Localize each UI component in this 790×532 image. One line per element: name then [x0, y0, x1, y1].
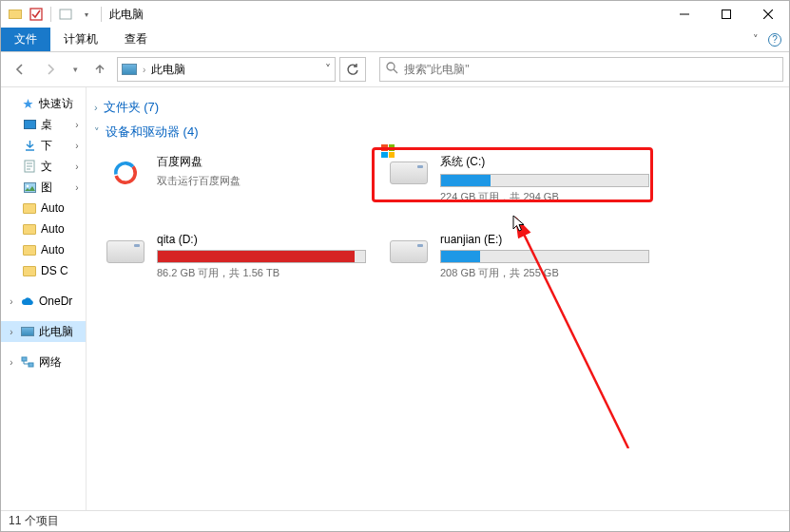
section-header-folders[interactable]: › 文件夹 (7): [94, 99, 780, 116]
tile-name: 系统 (C:): [440, 154, 649, 170]
status-text: 11 个项目: [9, 513, 59, 529]
sidebar-network[interactable]: › 网络: [1, 352, 86, 372]
star-icon: [20, 96, 35, 111]
chevron-right-icon: ›: [143, 65, 145, 75]
navigation-pane[interactable]: 快速访 桌 › 下 › 文 › 图 › Auto: [1, 87, 87, 510]
sidebar-item-folder[interactable]: Auto: [1, 198, 86, 218]
new-folder-icon[interactable]: [57, 6, 74, 23]
tab-computer[interactable]: 计算机: [50, 28, 111, 51]
sidebar-item-folder[interactable]: Auto: [1, 239, 86, 260]
thispc-icon: [20, 324, 35, 339]
tile-drive-d[interactable]: qita (D:) 86.2 GB 可用，共 1.56 TB: [100, 227, 366, 286]
navigation-bar: ▾ › 此电脑 ˅: [1, 52, 789, 86]
svg-rect-7: [22, 357, 27, 361]
sidebar-quick-access[interactable]: 快速访: [1, 93, 86, 114]
tab-view[interactable]: 查看: [111, 28, 161, 51]
section-label: 设备和驱动器 (4): [106, 124, 199, 141]
sidebar-item-label: 此电脑: [39, 324, 73, 340]
properties-icon[interactable]: [28, 6, 45, 23]
ribbon: 文件 计算机 查看 ˅ ?: [1, 28, 789, 52]
tile-subtext: 86.2 GB 可用，共 1.56 TB: [157, 266, 366, 280]
chevron-right-icon: ›: [7, 327, 16, 337]
content-pane[interactable]: › 文件夹 (7) ˅ 设备和驱动器 (4) 百度网盘 双击: [87, 87, 789, 510]
close-button[interactable]: [747, 1, 789, 28]
tile-name: ruanjian (E:): [440, 233, 649, 246]
sidebar-this-pc[interactable]: › 此电脑: [1, 321, 86, 342]
folder-icon: [22, 242, 37, 257]
section-label: 文件夹 (7): [104, 99, 160, 116]
usage-bar: [440, 250, 649, 263]
chevron-right-icon: ›: [72, 162, 82, 172]
baidu-icon: [106, 154, 145, 192]
chevron-right-icon: ›: [7, 357, 16, 368]
address-text: 此电脑: [151, 62, 185, 78]
tile-name: qita (D:): [157, 233, 366, 246]
drive-icon: [389, 154, 429, 192]
search-box[interactable]: [379, 57, 783, 82]
search-input[interactable]: [404, 63, 777, 76]
sidebar-item-label: 图: [41, 180, 52, 196]
drive-tiles: 百度网盘 双击运行百度网盘 系统 (C:) 224 GB 可用，共 294 GB: [100, 148, 780, 286]
chevron-right-icon: ›: [94, 102, 98, 113]
sidebar-item-folder[interactable]: DS C: [1, 260, 86, 281]
sidebar-item-folder[interactable]: Auto: [1, 218, 86, 239]
section-header-devices[interactable]: ˅ 设备和驱动器 (4): [94, 124, 780, 141]
chevron-right-icon: ›: [72, 141, 82, 151]
sidebar-item-documents[interactable]: 文 ›: [1, 156, 86, 177]
sidebar-item-label: 桌: [41, 117, 52, 133]
documents-icon: [22, 159, 37, 174]
folder-icon: [22, 200, 37, 216]
downloads-icon: [22, 138, 37, 153]
pictures-icon: [22, 180, 37, 195]
sidebar-onedrive[interactable]: › OneDr: [1, 291, 86, 312]
sidebar-item-label: 网络: [39, 354, 62, 370]
tab-file[interactable]: 文件: [1, 28, 50, 51]
tile-drive-c[interactable]: 系统 (C:) 224 GB 可用，共 294 GB: [383, 148, 649, 210]
chevron-right-icon: ›: [7, 296, 16, 307]
usage-bar: [440, 174, 649, 187]
minimize-button[interactable]: [664, 1, 705, 28]
tile-subtext: 224 GB 可用，共 294 GB: [440, 190, 649, 204]
back-button[interactable]: [7, 56, 33, 83]
explorer-icon: [7, 6, 24, 23]
sidebar-item-pictures[interactable]: 图 ›: [1, 177, 86, 198]
folder-icon: [22, 263, 37, 278]
refresh-button[interactable]: [339, 57, 366, 82]
address-bar[interactable]: › 此电脑 ˅: [117, 57, 336, 82]
forward-button[interactable]: [37, 56, 64, 83]
svg-point-3: [387, 63, 395, 70]
sidebar-item-label: Auto: [41, 222, 65, 236]
status-bar: 11 个项目: [1, 510, 789, 531]
tile-baidu-netdisk[interactable]: 百度网盘 双击运行百度网盘: [100, 148, 366, 210]
sidebar-item-downloads[interactable]: 下 ›: [1, 135, 86, 156]
help-icon[interactable]: ?: [768, 33, 781, 47]
sidebar-item-desktop[interactable]: 桌 ›: [1, 114, 86, 135]
chevron-down-icon: ˅: [94, 126, 100, 139]
svg-point-6: [26, 184, 29, 187]
sidebar-item-label: 文: [41, 159, 52, 175]
titlebar: ▾ 此电脑: [1, 1, 789, 28]
svg-rect-2: [723, 10, 731, 19]
maximize-button[interactable]: [705, 1, 747, 28]
svg-rect-0: [30, 9, 42, 20]
qat-dropdown-icon[interactable]: ▾: [78, 6, 95, 23]
sidebar-item-label: 下: [41, 138, 52, 154]
sidebar-item-label: 快速访: [39, 96, 73, 112]
thispc-icon: [122, 64, 137, 75]
explorer-window: ▾ 此电脑 文件 计算机 查看 ˅ ?: [0, 0, 790, 532]
ribbon-expand-icon[interactable]: ˅: [753, 33, 759, 46]
chevron-right-icon: ›: [72, 182, 82, 193]
tile-name: 百度网盘: [157, 154, 360, 170]
sidebar-item-label: Auto: [41, 201, 65, 215]
sidebar-item-label: DS C: [41, 264, 68, 277]
recent-dropdown-icon[interactable]: ▾: [67, 56, 83, 83]
folder-icon: [22, 221, 37, 237]
tile-subtext: 双击运行百度网盘: [157, 174, 360, 188]
network-icon: [20, 354, 35, 370]
window-buttons: [664, 1, 789, 28]
svg-rect-1: [60, 10, 71, 19]
address-dropdown-icon[interactable]: ˅: [325, 63, 331, 76]
drive-icon: [389, 233, 429, 271]
up-button[interactable]: [87, 56, 113, 83]
tile-drive-e[interactable]: ruanjian (E:) 208 GB 可用，共 255 GB: [383, 227, 649, 286]
